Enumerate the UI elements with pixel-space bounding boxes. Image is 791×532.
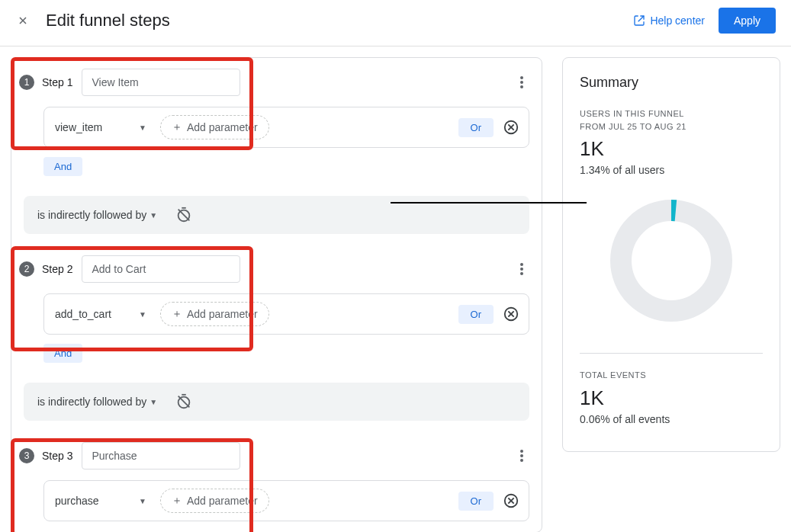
timer-off-icon[interactable]: [175, 393, 192, 410]
step-menu-icon[interactable]: [514, 260, 529, 278]
chevron-down-icon: ▼: [150, 398, 157, 406]
event-name: view_item: [55, 121, 102, 133]
add-parameter-button[interactable]: ＋ Add parameter: [160, 302, 269, 326]
svg-point-5: [520, 263, 523, 266]
step-name-input[interactable]: [82, 69, 240, 96]
event-select[interactable]: view_item ▼: [53, 117, 151, 138]
add-parameter-label: Add parameter: [187, 121, 258, 133]
page-title: Edit funnel steps: [46, 11, 170, 30]
summary-column: Summary USERS IN THIS FUNNEL FROM JUL 25…: [562, 57, 780, 452]
chevron-down-icon: ▼: [139, 497, 146, 505]
condition-row: add_to_cart ▼ ＋ Add parameter Or: [43, 293, 529, 335]
summary-donut-chart: [580, 182, 763, 345]
add-parameter-label: Add parameter: [187, 308, 258, 320]
apply-button[interactable]: Apply: [719, 8, 776, 34]
step-label: Step 2: [42, 263, 72, 275]
chevron-down-icon: ▼: [139, 310, 146, 319]
step-header: 3 Step 3: [11, 431, 542, 476]
add-parameter-button[interactable]: ＋ Add parameter: [160, 115, 269, 139]
svg-point-10: [520, 450, 523, 453]
step-connector: is indirectly followed by ▼: [24, 383, 529, 421]
event-select[interactable]: add_to_cart ▼: [53, 303, 151, 325]
svg-point-2: [520, 85, 523, 88]
plus-icon: ＋: [172, 494, 182, 508]
step-header: 2 Step 2: [11, 245, 542, 289]
svg-point-7: [520, 272, 523, 275]
step-label: Step 1: [42, 76, 72, 88]
summary-users-value: 1K: [580, 137, 763, 161]
follow-type-select[interactable]: is indirectly followed by ▼: [37, 209, 157, 221]
condition-row: view_item ▼ ＋ Add parameter Or: [43, 107, 529, 148]
step-index-badge: 1: [19, 75, 34, 90]
step-connector: is indirectly followed by ▼: [24, 196, 529, 234]
summary-events-value: 1K: [580, 386, 763, 410]
remove-condition-icon[interactable]: [503, 306, 519, 322]
remove-condition-icon[interactable]: [503, 492, 519, 509]
help-center-link[interactable]: Help center: [633, 14, 705, 27]
plus-icon: ＋: [172, 120, 182, 134]
svg-point-1: [520, 81, 523, 84]
follow-type-label: is indirectly followed by: [37, 209, 146, 221]
step-index-badge: 2: [19, 261, 34, 277]
or-button[interactable]: Or: [458, 305, 494, 324]
summary-users-label-2: FROM JUL 25 TO AUG 21: [580, 120, 763, 133]
chevron-down-icon: ▼: [150, 211, 157, 220]
timer-off-icon[interactable]: [175, 207, 192, 223]
summary-card: Summary USERS IN THIS FUNNEL FROM JUL 25…: [562, 57, 780, 452]
and-button[interactable]: And: [43, 344, 82, 363]
condition-row: purchase ▼ ＋ Add parameter Or: [43, 480, 529, 521]
follow-type-label: is indirectly followed by: [37, 396, 146, 408]
topbar: Edit funnel steps Help center Apply: [0, 0, 791, 46]
step-index-badge: 3: [19, 448, 34, 463]
event-name: purchase: [55, 495, 99, 507]
close-icon[interactable]: [17, 14, 29, 27]
step-name-input[interactable]: [82, 255, 240, 283]
svg-point-0: [520, 76, 523, 79]
svg-point-12: [520, 459, 523, 462]
event-select[interactable]: purchase ▼: [53, 490, 151, 511]
step-menu-icon[interactable]: [514, 447, 529, 465]
chevron-down-icon: ▼: [139, 123, 146, 132]
svg-point-11: [520, 454, 523, 457]
add-parameter-button[interactable]: ＋ Add parameter: [160, 489, 269, 513]
topbar-left: Edit funnel steps: [17, 11, 170, 30]
and-button[interactable]: And: [43, 157, 82, 176]
summary-users-pct: 1.34% of all users: [580, 164, 763, 176]
step-name-input[interactable]: [82, 442, 240, 470]
summary-divider: [580, 353, 763, 354]
summary-events-label: TOTAL EVENTS: [580, 369, 763, 382]
follow-type-select[interactable]: is indirectly followed by ▼: [37, 396, 157, 408]
summary-events-pct: 0.06% of all events: [580, 413, 763, 425]
plus-icon: ＋: [172, 307, 182, 321]
or-button[interactable]: Or: [458, 118, 494, 137]
content: 1 Step 1 view_item ▼ ＋ Add parameter Or: [0, 46, 791, 532]
summary-users-label-1: USERS IN THIS FUNNEL: [580, 107, 763, 120]
step-label: Step 3: [42, 450, 72, 462]
remove-condition-icon[interactable]: [503, 119, 519, 136]
add-parameter-label: Add parameter: [187, 495, 258, 507]
step-header: 1 Step 1: [11, 58, 542, 102]
event-name: add_to_cart: [55, 308, 111, 320]
step-menu-icon[interactable]: [514, 73, 529, 91]
steps-column: 1 Step 1 view_item ▼ ＋ Add parameter Or: [11, 57, 542, 532]
help-center-label: Help center: [650, 14, 705, 27]
or-button[interactable]: Or: [458, 492, 494, 511]
svg-point-14: [621, 210, 722, 311]
summary-title: Summary: [580, 75, 763, 91]
funnel-step-card: 1 Step 1 view_item ▼ ＋ Add parameter Or: [11, 57, 542, 532]
topbar-right: Help center Apply: [633, 8, 776, 34]
svg-point-6: [520, 268, 523, 271]
